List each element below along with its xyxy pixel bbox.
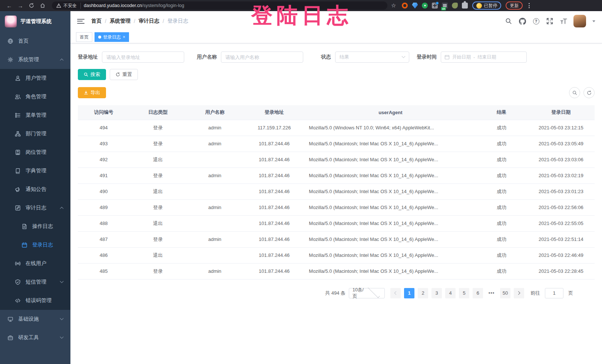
table-cell: Mozilla/5.0 (Macintosh; Intel Mac OS X 1… [305, 183, 476, 199]
sidebar-item-org-tree[interactable]: 部门管理 [0, 125, 70, 143]
login-time-range-picker[interactable]: 开始日期 - 结束日期 [441, 52, 527, 63]
breadcrumb-item[interactable]: 首页 [91, 18, 102, 24]
app-logo-avatar [5, 16, 17, 27]
update-button[interactable]: 更新 [506, 1, 523, 10]
help-icon[interactable]: ? [532, 17, 540, 25]
sidebar-item-code[interactable]: 错误码管理 [0, 291, 70, 310]
sidebar: 芋道管理系统 首页系统管理用户管理角色管理菜单管理部门管理岗位管理字典管理通知公… [0, 11, 70, 364]
table-cell: 成功 [476, 231, 527, 247]
profile-paused-pill[interactable]: 已暂停 [472, 1, 501, 10]
sidebar-item-tools[interactable]: 研发工具 [0, 328, 70, 347]
sidebar-item-login-log[interactable]: 登录日志 [0, 236, 70, 254]
hide-search-icon[interactable] [569, 87, 580, 98]
sidebar-item-dashboard[interactable]: 首页 [0, 32, 70, 50]
table-cell: 成功 [476, 247, 527, 263]
tab-login-log[interactable]: 登录日志 × [95, 32, 129, 42]
page-button[interactable]: 5 [459, 288, 469, 298]
menu-list-icon [15, 112, 21, 119]
sidebar-item-menu-list[interactable]: 菜单管理 [0, 106, 70, 125]
github-icon[interactable] [519, 17, 526, 25]
filter-actions: 搜索 重置 [78, 69, 595, 80]
status-select[interactable]: 结果 [335, 52, 409, 63]
page-button[interactable]: 1 [404, 288, 414, 298]
extension-green-heart-icon[interactable]: ♥ [422, 3, 428, 9]
sidebar-item-audit[interactable]: 审计日志 [0, 199, 70, 217]
address-input[interactable] [102, 52, 184, 63]
sidebar-item-announce[interactable]: 通知公告 [0, 180, 70, 199]
dict-icon [15, 168, 21, 174]
extension-orange-ring-icon[interactable] [402, 3, 408, 9]
pagination: 共 494 条 10条/页 123456•••50 前往 页 [78, 288, 595, 298]
table-cell: 101.87.244.46 [243, 215, 305, 231]
reset-button[interactable]: 重置 [110, 69, 138, 80]
extensions-puzzle-icon[interactable] [462, 3, 468, 9]
page-button[interactable]: 2 [418, 288, 428, 298]
tab-home[interactable]: 首页 [76, 32, 92, 42]
refresh-table-icon[interactable] [583, 87, 595, 98]
app-logo-row[interactable]: 芋道管理系统 [0, 11, 70, 32]
chevron-down-icon [402, 54, 406, 58]
sidebar-item-shield[interactable]: 短信管理 [0, 273, 70, 291]
column-header: 登录日期 [527, 105, 595, 120]
page-size-select[interactable]: 10条/页 [349, 288, 385, 298]
chevron-down-icon [368, 286, 380, 298]
tab-bar: 首页 登录日志 × [70, 31, 602, 43]
back-icon[interactable]: ← [4, 1, 15, 10]
gear-icon [7, 57, 14, 63]
export-button[interactable]: 导出 [78, 87, 106, 98]
sidebar-item-doc[interactable]: 操作日志 [0, 217, 70, 236]
home-icon[interactable] [37, 1, 48, 10]
start-date-placeholder: 开始日期 [452, 54, 471, 60]
reload-icon[interactable] [26, 1, 37, 10]
sidebar-item-badge[interactable]: 岗位管理 [0, 143, 70, 162]
page-button[interactable]: 4 [445, 288, 456, 298]
download-icon [84, 90, 88, 95]
search-icon[interactable] [505, 17, 512, 25]
total-count: 共 494 条 [325, 290, 345, 297]
breadcrumb: 首页/系统管理/审计日志/登录日志 [91, 18, 188, 24]
export-button-label: 导出 [90, 89, 100, 96]
fullscreen-icon[interactable] [546, 17, 553, 25]
breadcrumb-item[interactable]: 系统管理 [110, 18, 130, 24]
sidebar-item-user[interactable]: 用户管理 [0, 69, 70, 87]
page-button[interactable]: 6 [473, 288, 483, 298]
sidebar-item-users[interactable]: 角色管理 [0, 87, 70, 106]
sidebar-toggle-icon[interactable] [77, 18, 85, 25]
page-ellipsis[interactable]: ••• [486, 288, 497, 298]
sidebar-item-dict[interactable]: 字典管理 [0, 162, 70, 180]
next-page-button[interactable] [514, 288, 524, 298]
search-button[interactable]: 搜索 [78, 69, 106, 80]
sidebar-item-infra[interactable]: 基础设施 [0, 310, 70, 328]
breadcrumb-item[interactable]: 审计日志 [139, 18, 159, 24]
user-menu-caret-icon[interactable] [592, 20, 595, 22]
filter-form: 登录地址 用户名称 状态 结果 登录时间 开始日期 - 结束日期 [78, 52, 595, 63]
login-log-icon [22, 242, 28, 248]
breadcrumb-separator: / [163, 18, 164, 24]
infra-icon [7, 316, 14, 322]
table-cell: 492 [78, 152, 129, 168]
browser-menu-icon[interactable] [527, 1, 531, 10]
table-cell: admin [186, 231, 243, 247]
sidebar-item-gear[interactable]: 系统管理 [0, 50, 70, 69]
site-security[interactable]: 不安全 [56, 3, 81, 9]
page-button[interactable]: 50 [500, 288, 510, 298]
extension-blue-gem-icon[interactable] [412, 3, 418, 9]
extension-leaf-icon[interactable] [452, 3, 458, 9]
address-bar[interactable]: 不安全 dashboard.yudao.iocoder.cn/system/lo… [52, 1, 387, 10]
bookmark-star-icon[interactable]: ☆ [391, 2, 396, 9]
forward-icon[interactable]: → [15, 1, 26, 10]
font-size-icon[interactable] [560, 17, 567, 25]
prev-page-button[interactable] [390, 288, 401, 298]
table-cell [186, 183, 243, 199]
extension-grid-icon[interactable] [432, 3, 438, 9]
user-avatar[interactable] [573, 15, 586, 27]
username-input[interactable] [221, 52, 303, 63]
extension-switch-icon[interactable]: on [442, 3, 448, 9]
table-cell: 成功 [476, 168, 527, 183]
page-button[interactable]: 3 [431, 288, 442, 298]
sidebar-item-online[interactable]: 在线用户 [0, 254, 70, 273]
tab-close-icon[interactable]: × [123, 35, 125, 39]
goto-page-input[interactable] [545, 288, 563, 298]
table-cell: 2021-05-03 23:02:19 [527, 168, 595, 183]
online-icon [15, 261, 21, 267]
